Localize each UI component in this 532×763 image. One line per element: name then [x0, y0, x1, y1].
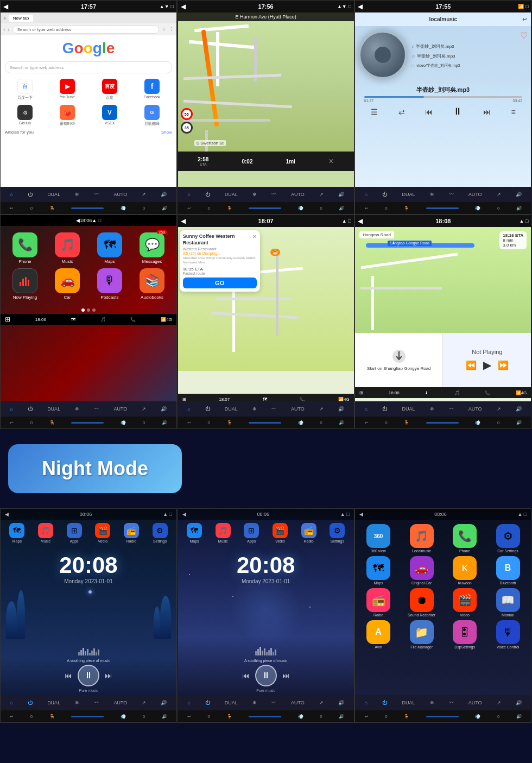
cp-app-maps[interactable]: 🗺 Maps	[91, 232, 129, 264]
url-input[interactable]: Search or type web address	[12, 26, 159, 34]
home-btn3[interactable]: ⌂	[365, 192, 368, 197]
snowflake-btn[interactable]: ❄	[75, 192, 79, 197]
snowflake-btn2[interactable]: ❄	[252, 192, 257, 197]
grid-app-video[interactable]: 🎬 Video	[445, 588, 485, 617]
grid-app-kuwooo[interactable]: K Kuwooo	[445, 556, 485, 585]
auto-btn3[interactable]: AUTO	[468, 192, 482, 197]
wave-btn[interactable]: 〰	[94, 192, 99, 197]
nav-fwd[interactable]: ›	[8, 27, 9, 33]
shortcut-github[interactable]: ⚙ GitHub	[5, 105, 45, 127]
nav-back[interactable]: ‹	[3, 27, 5, 33]
new-tab-icon[interactable]: +	[3, 15, 7, 21]
grid-app-localmusic[interactable]: 🎵 Localmusic	[402, 524, 442, 553]
grid-app-car-settings[interactable]: ⚙ Car Settings	[488, 524, 528, 553]
shuffle-icon[interactable]: ⇄	[398, 108, 405, 116]
vol-btn3[interactable]: 🔊	[516, 192, 522, 197]
power-btn3[interactable]: ⏻	[382, 192, 387, 197]
cp-app-phone[interactable]: 📞 Phone	[6, 232, 44, 264]
vol-right[interactable]: 🔊	[162, 206, 167, 211]
close-icon[interactable]: ✕	[328, 157, 334, 165]
back-icon[interactable]: ↩	[10, 206, 14, 211]
playlist-item-3[interactable]: □ video/半壶纱_刘珂矣.mp3	[411, 62, 528, 70]
browser-tab[interactable]: New tab	[9, 15, 33, 22]
grid-app-360[interactable]: 360 360 view	[358, 524, 398, 553]
shortcut-timer[interactable]: 🍅 番茄时钟	[47, 105, 87, 127]
fast-fwd-icon[interactable]: ⏩	[498, 360, 509, 370]
grid-icon[interactable]: ⊞	[5, 316, 10, 323]
home-btn4[interactable]: ⌂	[10, 406, 13, 412]
curve-btn3[interactable]: ↗	[497, 192, 501, 197]
volume-slider4[interactable]	[71, 422, 104, 424]
night-app-apps-2[interactable]: ⊞ Apps	[244, 523, 259, 543]
curve-btn2[interactable]: ↗	[319, 192, 324, 197]
shortcut-baidu2[interactable]: 百度 百度	[90, 79, 130, 100]
seat-icon[interactable]: 🪑	[49, 206, 55, 211]
grid-app-voice-control[interactable]: 🎙 Voice Control	[488, 620, 528, 649]
night-app-radio[interactable]: 📻 Radio	[124, 523, 139, 543]
shortcut-baidu[interactable]: 百 百度一下	[5, 79, 45, 100]
phone-icon[interactable]: 📞	[130, 317, 136, 322]
map-icon[interactable]: 🗺	[71, 317, 75, 322]
night-app-music-2[interactable]: 🎵 Music	[216, 523, 231, 543]
music-progress[interactable]: 01:27 03:42	[364, 96, 523, 103]
pause-btn-2[interactable]: ⏸	[255, 665, 277, 686]
grid-app-manual[interactable]: 📖 Manual	[488, 588, 528, 617]
volume-slider8[interactable]	[249, 716, 281, 717]
night-app-maps-2[interactable]: 🗺 Maps	[187, 523, 202, 543]
poi-close[interactable]: ✕	[252, 234, 257, 239]
auto-btn[interactable]: AUTO	[113, 192, 127, 197]
home-btn2[interactable]: ⌂	[187, 192, 190, 197]
snowflake-btn3[interactable]: ❄	[430, 192, 434, 197]
grid-icon3[interactable]: ⊞	[359, 390, 363, 395]
wave-btn3[interactable]: 〰	[449, 192, 454, 197]
playlist-item-2[interactable]: ♫ 半壶纱_刘珂矣.mp3	[411, 52, 528, 60]
equalizer-icon[interactable]: ≡	[511, 108, 515, 116]
night-app-video-2[interactable]: 🎬 Vedio	[273, 523, 288, 543]
shortcut-youtube[interactable]: ▶ YouTube	[47, 79, 87, 100]
play-icon[interactable]: ▶	[483, 358, 491, 371]
auto-btn2[interactable]: AUTO	[291, 192, 305, 197]
playlist-item-1[interactable]: ♪ 半壶纱_刘珂矣.mp3	[411, 42, 528, 51]
next-btn-2[interactable]: ⏭	[282, 671, 290, 680]
night-app-video[interactable]: 🎬 Vedio	[95, 523, 110, 543]
fan-icon[interactable]: 💨	[121, 206, 126, 211]
home-btn[interactable]: ⌂	[10, 192, 13, 197]
power-btn[interactable]: ⏻	[28, 192, 33, 197]
shortcut-translate[interactable]: G 谷歌翻译	[132, 105, 172, 127]
map-area[interactable]: 56 35 S Swenson St	[178, 21, 354, 152]
night-app-radio-2[interactable]: 📻 Radio	[301, 523, 316, 543]
grid-app-avin[interactable]: A Avin	[358, 620, 398, 649]
google-search-bar[interactable]: Search or type web address	[5, 61, 172, 73]
menu-icon[interactable]: ⋮	[169, 27, 174, 32]
next-icon[interactable]: ⏭	[483, 108, 491, 116]
grid-app-originalcar[interactable]: 🚗 Original Car	[402, 556, 442, 585]
playlist-icon[interactable]: ☰	[371, 108, 378, 116]
next-btn-1[interactable]: ⏭	[105, 671, 112, 680]
pause-btn-1[interactable]: ⏸	[78, 665, 99, 686]
heart-icon[interactable]: ♡	[411, 30, 528, 41]
grid-app-phone[interactable]: 📞 Phone	[445, 524, 485, 553]
volume-slider[interactable]	[71, 207, 104, 209]
volume-slider6[interactable]	[426, 422, 459, 424]
night-app-apps[interactable]: ⊞ Apps	[67, 523, 82, 543]
night-app-maps[interactable]: 🗺 Maps	[9, 523, 24, 543]
volume-slider9[interactable]	[426, 716, 459, 717]
cp-app-music[interactable]: 🎵 Music	[48, 232, 86, 264]
go-button[interactable]: GO	[183, 278, 257, 288]
grid-app-dsp-settings[interactable]: 🎛 DspSettings	[445, 620, 485, 649]
back-icon2[interactable]: ↩	[187, 206, 191, 211]
nav2-map[interactable]: Hongma Road Sǎngliao Gongye Road 18:16 E…	[355, 227, 531, 333]
dual-btn[interactable]: DUAL	[47, 192, 60, 197]
back-button[interactable]: ◀	[3, 3, 8, 10]
music-icon[interactable]: 🎵	[100, 317, 106, 322]
volume-slider5[interactable]	[249, 422, 281, 424]
cp-app-nowplaying[interactable]: Now Playing	[6, 268, 44, 300]
cp-app-audiobooks[interactable]: 📚 Audiobooks	[133, 268, 171, 300]
cp-app-podcasts[interactable]: 🎙 Podcasts	[91, 268, 129, 300]
curve-btn[interactable]: ↗	[142, 192, 146, 197]
pause-icon[interactable]: ⏸	[453, 106, 463, 117]
volume-slider7[interactable]	[71, 716, 104, 717]
wave-btn2[interactable]: 〰	[271, 192, 276, 197]
vol-btn[interactable]: 🔊	[161, 192, 167, 197]
prev-icon[interactable]: ⏮	[425, 108, 433, 116]
